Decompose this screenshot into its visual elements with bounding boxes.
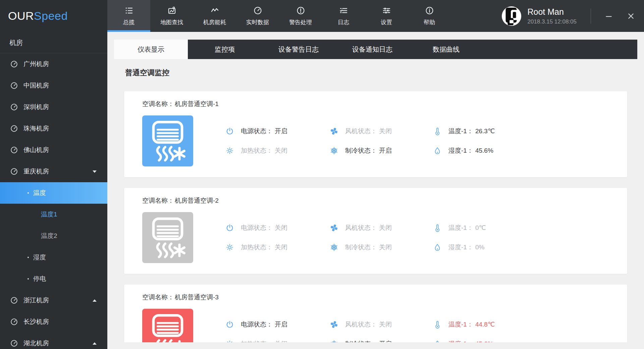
stat-power: 电源状态：关闭 <box>225 223 330 232</box>
stat-label: 加热状态： <box>241 147 273 154</box>
nav-item-alerts[interactable]: 警告处理 <box>279 0 322 32</box>
nav-label: 机房能耗 <box>203 18 226 26</box>
tab-data-curve[interactable]: 数据曲线 <box>409 40 483 59</box>
stat-heating: 加热状态：关闭 <box>225 340 330 342</box>
top-nav: 总揽 地图查找 机房能耗 实时数据 警告处理 日志 设置 帮助 <box>107 0 451 32</box>
stat-value: 0℃ <box>475 224 486 231</box>
stat-label: 风机状态： <box>345 321 377 328</box>
sidebar-item-label: 湿度 <box>33 253 46 262</box>
nav-item-energy[interactable]: 机房能耗 <box>193 0 236 32</box>
stat-label: 温度-1： <box>448 128 473 135</box>
ac-unit-icon <box>142 212 193 263</box>
ac-card-list: 空调名称：机房普通空调-1 电源状态：开启 风机状态：关闭 温度-1：26. <box>124 91 627 342</box>
nav-item-overview[interactable]: 总揽 <box>107 0 150 32</box>
sidebar-item-hubei[interactable]: 湖北机房 <box>0 333 107 349</box>
tab-monitor-items[interactable]: 监控项 <box>188 40 262 59</box>
sidebar: 机房 广州机房 中国机房 深圳机房 珠海机房 佛山机房 重庆机房 温度 温度1 … <box>0 32 107 349</box>
nav-item-realtime[interactable]: 实时数据 <box>236 0 279 32</box>
sidebar-item-zhongguo[interactable]: 中国机房 <box>0 75 107 96</box>
heat-sun-icon <box>225 340 234 342</box>
ac-name: 机房普通空调-2 <box>175 197 219 204</box>
fan-icon <box>330 320 338 329</box>
ac-card-title: 空调名称：机房普通空调-3 <box>142 293 614 302</box>
stat-power: 电源状态：开启 <box>225 127 330 136</box>
stat-label: 制冷状态： <box>345 147 377 154</box>
nav-item-logs[interactable]: 日志 <box>322 0 365 32</box>
log-icon <box>339 6 348 15</box>
section-title: 普通空调监控 <box>125 68 644 78</box>
room-gauge-icon <box>10 146 18 154</box>
minimize-icon <box>605 12 612 20</box>
sidebar-item-guangzhou[interactable]: 广州机房 <box>0 53 107 75</box>
nav-item-help[interactable]: 帮助 <box>408 0 451 32</box>
fan-icon <box>330 127 338 136</box>
room-gauge-icon <box>10 167 18 176</box>
sidebar-header: 机房 <box>0 32 107 53</box>
bullet-dot <box>28 192 29 194</box>
tab-device-alert-log[interactable]: 设备警告日志 <box>262 40 335 59</box>
tab-device-notify-log[interactable]: 设备通知日志 <box>335 40 409 59</box>
app-logo: OURSpeed <box>0 0 107 32</box>
sidebar-item-zhejiang[interactable]: 浙江机房 <box>0 290 107 311</box>
main-content: 仪表显示 监控项 设备警告日志 设备通知日志 数据曲线 普通空调监控 空调名称：… <box>107 32 644 342</box>
avatar[interactable] <box>501 6 522 27</box>
ac-name-label: 空调名称： <box>142 100 174 107</box>
nav-label: 总揽 <box>123 18 135 26</box>
droplet-icon <box>433 243 442 252</box>
sidebar-item-chongqing[interactable]: 重庆机房 <box>0 161 107 182</box>
ac-unit-icon <box>142 309 193 342</box>
nav-item-map-search[interactable]: 地图查找 <box>150 0 193 32</box>
stat-humidity: 湿度-1：45.6% <box>433 146 614 155</box>
stat-power: 电源状态：开启 <box>225 320 330 329</box>
stat-label: 风机状态： <box>345 128 377 135</box>
sidebar-item-label: 珠海机房 <box>23 124 49 133</box>
sidebar-item-label: 停电 <box>33 275 46 283</box>
ac-name: 机房普通空调-3 <box>175 294 219 301</box>
ac-card-1: 空调名称：机房普通空调-1 电源状态：开启 风机状态：关闭 温度-1：26. <box>124 91 627 177</box>
sidebar-item-label: 温度 <box>33 189 46 197</box>
ac-stats-grid: 电源状态：开启 风机状态：关闭 温度-1：26.3℃ 加热状态：关闭 <box>225 115 614 166</box>
bullet-dot <box>28 278 29 280</box>
sidebar-item-foshan[interactable]: 佛山机房 <box>0 139 107 161</box>
ac-card-body: 电源状态：开启 风机状态：关闭 温度-1：44.8℃ 加热状态：关闭 <box>142 309 614 342</box>
sidebar-item-temperature2[interactable]: 温度2 <box>0 225 107 247</box>
nav-item-settings[interactable]: 设置 <box>365 0 408 32</box>
heat-sun-icon <box>225 243 234 252</box>
overview-icon <box>124 6 133 15</box>
ac-card-3: 空调名称：机房普通空调-3 电源状态：开启 风机状态：关闭 温度-1：44. <box>124 285 627 342</box>
room-gauge-icon <box>10 103 18 111</box>
sidebar-item-label: 湖北机房 <box>23 339 49 348</box>
sidebar-item-shenzhen[interactable]: 深圳机房 <box>0 96 107 118</box>
stat-label: 湿度-1： <box>448 147 473 154</box>
sidebar-item-temperature[interactable]: 温度 <box>0 182 107 204</box>
stat-label: 制冷状态： <box>345 244 377 251</box>
thermometer-icon <box>433 127 442 136</box>
stat-fan: 风机状态：关闭 <box>330 320 433 329</box>
ac-name-label: 空调名称： <box>142 294 174 301</box>
stat-value: 45.6% <box>475 147 493 154</box>
help-icon <box>425 6 434 15</box>
window-controls-divider <box>591 8 591 24</box>
minimize-button[interactable] <box>605 12 612 20</box>
stat-label: 温度-1： <box>448 224 473 231</box>
stat-temperature: 温度-1：0℃ <box>433 223 614 232</box>
sidebar-item-humidity[interactable]: 湿度 <box>0 247 107 268</box>
nav-label: 设置 <box>381 18 392 26</box>
stat-value: 开启 <box>379 147 392 154</box>
room-gauge-icon <box>10 124 18 133</box>
user-box: Root Man 2018.3.15 12:08:05 <box>501 0 644 32</box>
ac-card-2: 空调名称：机房普通空调-2 电源状态：关闭 风机状态：关闭 温度-1：0℃ <box>124 188 627 274</box>
sidebar-item-label: 广州机房 <box>23 60 49 68</box>
sidebar-item-temperature1[interactable]: 温度1 <box>0 204 107 225</box>
sidebar-item-label: 温度1 <box>41 210 57 219</box>
stat-cooling: 制冷状态：开启 <box>330 340 433 342</box>
sidebar-item-label: 温度2 <box>41 232 57 240</box>
ac-name-label: 空调名称： <box>142 197 174 204</box>
sidebar-item-zhuhai[interactable]: 珠海机房 <box>0 118 107 139</box>
tab-gauge-display[interactable]: 仪表显示 <box>114 40 188 59</box>
sidebar-item-changsha[interactable]: 长沙机房 <box>0 311 107 333</box>
nav-label: 日志 <box>338 18 349 26</box>
sidebar-item-power-outage[interactable]: 停电 <box>0 268 107 290</box>
close-button[interactable] <box>627 12 635 20</box>
stat-value: 关闭 <box>275 340 287 342</box>
